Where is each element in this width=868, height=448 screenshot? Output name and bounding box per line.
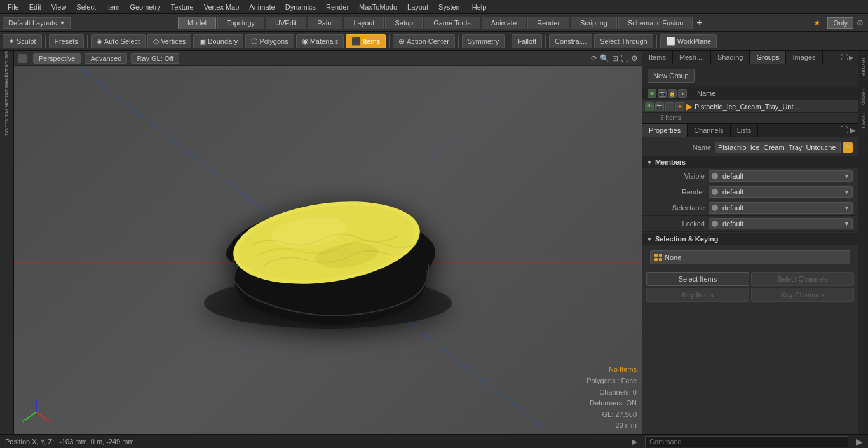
menu-maxtomodo[interactable]: MaxToModo	[354, 2, 402, 12]
select-channels-button[interactable]: Select Channels	[751, 272, 854, 286]
auto-select-button[interactable]: ◈ Auto Select	[91, 34, 146, 48]
menu-texture[interactable]: Texture	[166, 2, 199, 12]
selectable-select[interactable]: default ▼	[709, 202, 853, 214]
action-center-button[interactable]: ⊕ Action Center	[393, 34, 455, 48]
tab-lists[interactable]: Lists	[731, 124, 759, 137]
symmetry-button[interactable]: Symmetry	[462, 34, 505, 48]
none-button[interactable]: None	[650, 250, 850, 264]
select-items-button[interactable]: Select Items	[646, 272, 749, 286]
items-button[interactable]: ⬛ Items	[346, 34, 386, 48]
menu-item[interactable]: Item	[101, 2, 125, 12]
menu-animate[interactable]: Animate	[244, 2, 280, 12]
left-tool-uv[interactable]: UV..	[1, 128, 13, 137]
key-channels-button[interactable]: Key Channels	[751, 288, 854, 302]
tab-render[interactable]: Render	[527, 17, 569, 29]
name-input[interactable]	[715, 142, 841, 153]
render-icon[interactable]: 📷	[658, 89, 667, 98]
tab-properties[interactable]: Properties	[642, 124, 688, 137]
tab-topology[interactable]: Topology	[217, 17, 264, 29]
add-layout-button[interactable]: +	[694, 17, 705, 29]
info-icon[interactable]: ℹ	[678, 89, 687, 98]
settings-icon[interactable]: ⚙	[631, 54, 638, 63]
left-tool-pol[interactable]: Pol..	[1, 109, 13, 118]
advanced-button[interactable]: Advanced	[85, 53, 127, 64]
tab-items[interactable]: Items	[642, 51, 673, 64]
vertices-button[interactable]: ◇ Vertices	[147, 34, 191, 48]
new-group-button[interactable]: New Group	[648, 69, 695, 83]
menu-vertex-map[interactable]: Vertex Map	[199, 2, 245, 12]
left-tool-mesh[interactable]: Mes..	[1, 81, 13, 90]
falloff-button[interactable]: Falloff	[512, 34, 542, 48]
menu-geometry[interactable]: Geometry	[125, 2, 165, 12]
render-select[interactable]: default ▼	[709, 186, 853, 198]
tab-model[interactable]: Model	[178, 17, 216, 29]
menu-layout[interactable]: Layout	[402, 2, 433, 12]
item-eye-icon[interactable]: 👁	[645, 102, 654, 111]
locked-select[interactable]: default ▼	[709, 218, 853, 229]
sculpt-button[interactable]: ✦ Sculpt	[3, 34, 42, 48]
tab-scripting[interactable]: Scripting	[571, 17, 617, 29]
left-tool-vert[interactable]: Ver..	[1, 90, 13, 99]
edge-tab-user[interactable]: User C...	[859, 109, 868, 140]
frame-icon[interactable]: ⊡	[612, 54, 618, 63]
tab-uvedit[interactable]: UVEdit	[266, 17, 306, 29]
menu-select[interactable]: Select	[71, 2, 101, 12]
menu-help[interactable]: Help	[467, 2, 492, 12]
workplane-button[interactable]: ⬜ WorkPlane	[660, 34, 717, 48]
tab-mesh[interactable]: Mesh ...	[673, 51, 711, 64]
name-lock-icon[interactable]: 🔒	[843, 142, 853, 153]
tab-animate[interactable]: Animate	[482, 17, 526, 29]
command-input[interactable]	[645, 436, 848, 447]
menu-system[interactable]: System	[433, 2, 467, 12]
item-lock-icon[interactable]	[665, 102, 674, 111]
default-layouts-dropdown[interactable]: Default Layouts ▼	[3, 17, 71, 29]
tab-schematic[interactable]: Schematic Fusion	[618, 17, 693, 29]
left-tool-em[interactable]: Em..	[1, 100, 13, 109]
item-plus-icon[interactable]: +	[675, 102, 684, 111]
constraint-button[interactable]: Constrai...	[549, 34, 592, 48]
tab-shading[interactable]: Shading	[711, 51, 750, 64]
boundary-button[interactable]: ▣ Boundary	[193, 34, 243, 48]
left-tool-c[interactable]: C...	[1, 119, 13, 128]
selection-keying-section-header[interactable]: ▼ Selection & Keying	[642, 233, 858, 245]
group-item[interactable]: 👁 📷 + ▶ Pistachio_Ice_Cream_Tray_Unt ...	[642, 100, 858, 113]
edge-tab-group[interactable]: Group	[859, 85, 868, 109]
polygons-button[interactable]: ⬡ Polygons	[245, 34, 294, 48]
expand-props-icon[interactable]: ⛶	[840, 126, 848, 135]
visible-select[interactable]: default ▼	[709, 170, 853, 182]
tab-setup[interactable]: Setup	[385, 17, 423, 29]
only-button[interactable]: Only	[827, 17, 853, 29]
command-submit-icon[interactable]: ▶	[856, 437, 863, 447]
settings-icon[interactable]: ⚙	[856, 18, 864, 28]
item-render-icon[interactable]: 📷	[655, 102, 664, 111]
menu-dynamics[interactable]: Dynamics	[280, 2, 321, 12]
eye-icon[interactable]: 👁	[648, 89, 656, 98]
expand-panel-button[interactable]: ⛶ ▶	[837, 51, 858, 64]
key-items-button[interactable]: Key Items	[646, 288, 749, 302]
viewport[interactable]: No Items Polygons : Face Channels: 0 Def…	[14, 66, 642, 434]
tab-groups[interactable]: Groups	[750, 51, 786, 64]
menu-render[interactable]: Render	[321, 2, 354, 12]
scene-canvas[interactable]: No Items Polygons : Face Channels: 0 Def…	[14, 66, 642, 434]
menu-view[interactable]: View	[46, 2, 72, 12]
tab-paint[interactable]: Paint	[308, 17, 342, 29]
menu-file[interactable]: File	[3, 2, 24, 12]
maximize-icon[interactable]: ⛶	[621, 54, 628, 63]
arrow-props-icon[interactable]: ▶	[850, 126, 855, 135]
materials-button[interactable]: ◉ Materials	[296, 34, 344, 48]
perspective-button[interactable]: Perspective	[33, 53, 81, 64]
tab-game-tools[interactable]: Game Tools	[424, 17, 480, 29]
edge-tab-texture[interactable]: Texture...	[859, 53, 868, 85]
tab-channels[interactable]: Channels	[688, 124, 730, 137]
menu-edit[interactable]: Edit	[24, 2, 46, 12]
members-section-header[interactable]: ▼ Members	[642, 156, 858, 168]
left-tool-1[interactable]: De...	[1, 52, 13, 61]
tab-images[interactable]: Images	[786, 51, 822, 64]
ray-gl-button[interactable]: Ray GL: Off	[131, 53, 179, 64]
zoom-icon[interactable]: 🔍	[600, 54, 609, 63]
presets-button[interactable]: Presets	[49, 34, 84, 48]
viewport-menu-icon[interactable]: ⋮	[18, 54, 27, 63]
tab-layout[interactable]: Layout	[344, 17, 384, 29]
select-through-button[interactable]: Select Through	[594, 34, 653, 48]
rotate-icon[interactable]: ⟳	[591, 54, 597, 63]
